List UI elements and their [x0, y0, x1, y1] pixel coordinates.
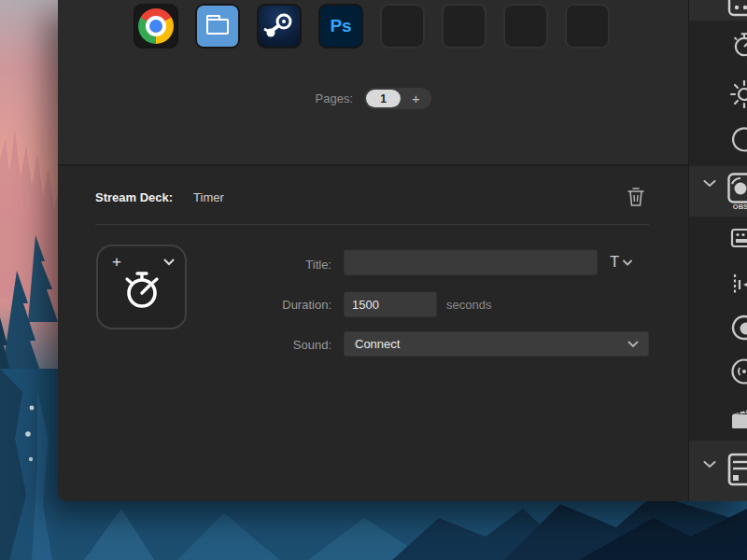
text-style-dropdown[interactable]: T: [610, 253, 632, 272]
duration-label: Duration:: [226, 298, 331, 312]
sound-selected-value: Connect: [345, 337, 627, 351]
chevron-down-icon[interactable]: [163, 259, 175, 266]
sidebar-category-row-stream-deck[interactable]: [689, 441, 747, 501]
key-empty-4[interactable]: [565, 4, 610, 49]
stream-deck-app-window: Ps Pages: 1 + Stream Deck:Timer: [58, 0, 747, 501]
key-steam[interactable]: [257, 4, 302, 49]
pages-label: Pages:: [316, 91, 353, 105]
brightness-icon[interactable]: [730, 80, 747, 108]
chevron-down-icon: [703, 460, 716, 469]
scene-keys-icon[interactable]: [730, 225, 747, 253]
inspector-header: Stream Deck:Timer: [95, 190, 224, 204]
device-label: Stream Deck:: [95, 190, 173, 204]
text-style-label: T: [610, 253, 619, 272]
page-1-button[interactable]: 1: [366, 90, 401, 107]
mixer-icon[interactable]: [730, 271, 747, 299]
folder-icon: [206, 19, 229, 35]
title-label: Title:: [226, 258, 331, 272]
action-key-preview[interactable]: +: [96, 245, 187, 329]
key-empty-1[interactable]: [380, 4, 425, 49]
record-icon[interactable]: [730, 315, 747, 343]
desktop-screen: Ps Pages: 1 + Stream Deck:Timer: [0, 0, 747, 560]
chevron-down-icon: [627, 341, 639, 348]
duration-input[interactable]: [344, 291, 437, 317]
timer-icon: [120, 269, 163, 312]
inspector-divider: [95, 224, 649, 225]
title-input[interactable]: [344, 249, 598, 275]
pages-row: Pages: 1 +: [58, 87, 688, 111]
action-title: Timer: [193, 190, 224, 204]
key-empty-2[interactable]: [442, 4, 486, 49]
sound-label: Sound:: [226, 338, 331, 352]
chevron-down-icon: [623, 259, 632, 266]
key-empty-3[interactable]: [503, 4, 548, 49]
pages-control: 1 +: [364, 88, 431, 109]
stream-deck-category-icon: [727, 453, 747, 486]
photoshop-icon: Ps: [330, 16, 351, 36]
key-grid-row: Ps: [134, 4, 610, 49]
sleep-icon[interactable]: [730, 126, 747, 154]
sidebar-category-row-partial[interactable]: [689, 0, 747, 21]
timer-icon[interactable]: [730, 31, 747, 59]
obs-label: OBS: [733, 203, 747, 211]
key-folder[interactable]: [195, 4, 240, 49]
trash-icon: [626, 186, 646, 208]
delete-action-button[interactable]: [626, 186, 648, 208]
key-chrome[interactable]: [134, 4, 178, 49]
chrome-icon: [138, 8, 174, 44]
steam-icon: [263, 10, 295, 42]
stream-deck-partial-icon: [727, 0, 747, 19]
key-photoshop[interactable]: Ps: [318, 4, 363, 49]
add-page-button[interactable]: +: [401, 89, 431, 108]
actions-sidebar: OBS: [688, 0, 747, 501]
sidebar-category-row-obs[interactable]: OBS: [689, 166, 747, 217]
obs-studio-icon: OBS: [727, 173, 747, 210]
key-grid-panel: Ps Pages: 1 +: [58, 0, 688, 166]
sound-select[interactable]: Connect: [344, 331, 649, 357]
duration-unit: seconds: [446, 298, 491, 312]
live-icon[interactable]: [730, 357, 747, 385]
clapperboard-icon[interactable]: [730, 404, 747, 432]
chevron-down-icon: [703, 179, 716, 188]
